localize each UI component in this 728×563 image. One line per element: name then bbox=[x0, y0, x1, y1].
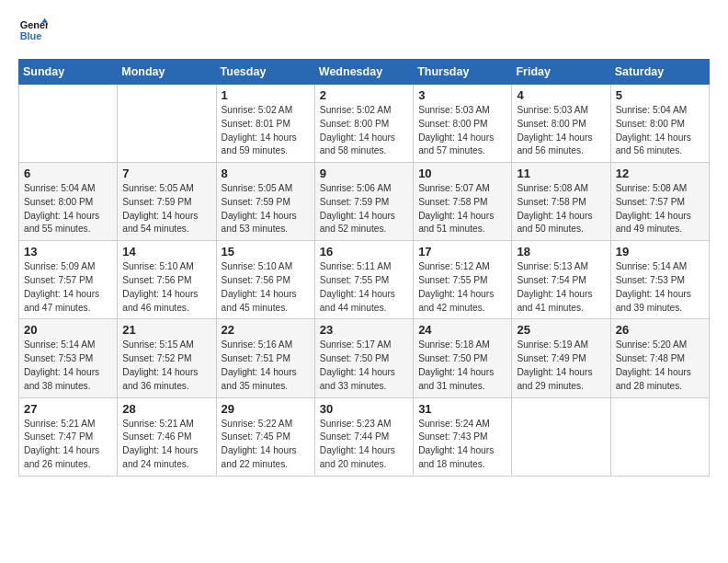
day-number: 31 bbox=[418, 402, 506, 416]
day-number: 9 bbox=[320, 167, 408, 180]
day-cell: 20Sunrise: 5:14 AMSunset: 7:53 PMDayligh… bbox=[19, 319, 118, 397]
day-cell: 11Sunrise: 5:08 AMSunset: 7:58 PMDayligh… bbox=[512, 163, 610, 241]
day-cell: 26Sunrise: 5:20 AMSunset: 7:48 PMDayligh… bbox=[610, 319, 709, 397]
logo-icon: General Blue bbox=[18, 17, 48, 46]
day-number: 24 bbox=[418, 323, 506, 337]
day-cell: 30Sunrise: 5:23 AMSunset: 7:44 PMDayligh… bbox=[314, 397, 413, 476]
day-info: Sunrise: 5:08 AMSunset: 7:58 PMDaylight:… bbox=[517, 182, 605, 236]
day-number: 21 bbox=[122, 323, 210, 337]
day-cell: 27Sunrise: 5:21 AMSunset: 7:47 PMDayligh… bbox=[19, 397, 118, 476]
day-info: Sunrise: 5:21 AMSunset: 7:46 PMDaylight:… bbox=[122, 418, 210, 472]
day-number: 15 bbox=[222, 245, 310, 259]
day-cell bbox=[610, 397, 709, 476]
day-number: 7 bbox=[122, 167, 210, 180]
day-number: 11 bbox=[517, 167, 605, 180]
day-number: 18 bbox=[517, 245, 605, 259]
day-info: Sunrise: 5:15 AMSunset: 7:52 PMDaylight:… bbox=[122, 339, 210, 393]
day-number: 4 bbox=[517, 88, 605, 102]
day-info: Sunrise: 5:02 AMSunset: 8:00 PMDaylight:… bbox=[320, 104, 408, 158]
week-row-2: 6Sunrise: 5:04 AMSunset: 8:00 PMDaylight… bbox=[19, 163, 710, 241]
day-number: 23 bbox=[320, 323, 408, 337]
day-cell bbox=[512, 397, 610, 476]
day-cell: 21Sunrise: 5:15 AMSunset: 7:52 PMDayligh… bbox=[118, 319, 216, 397]
day-number: 25 bbox=[517, 323, 605, 337]
day-cell: 19Sunrise: 5:14 AMSunset: 7:53 PMDayligh… bbox=[610, 241, 709, 319]
day-number: 19 bbox=[616, 245, 704, 259]
day-cell: 22Sunrise: 5:16 AMSunset: 7:51 PMDayligh… bbox=[216, 319, 314, 397]
day-info: Sunrise: 5:05 AMSunset: 7:59 PMDaylight:… bbox=[222, 182, 310, 236]
day-cell: 13Sunrise: 5:09 AMSunset: 7:57 PMDayligh… bbox=[19, 241, 118, 319]
day-info: Sunrise: 5:16 AMSunset: 7:51 PMDaylight:… bbox=[222, 339, 310, 393]
day-cell: 12Sunrise: 5:08 AMSunset: 7:57 PMDayligh… bbox=[610, 163, 709, 241]
day-info: Sunrise: 5:14 AMSunset: 7:53 PMDaylight:… bbox=[24, 339, 112, 393]
day-info: Sunrise: 5:23 AMSunset: 7:44 PMDaylight:… bbox=[320, 418, 408, 472]
day-info: Sunrise: 5:24 AMSunset: 7:43 PMDaylight:… bbox=[418, 418, 506, 472]
day-info: Sunrise: 5:10 AMSunset: 7:56 PMDaylight:… bbox=[222, 260, 310, 315]
day-cell: 9Sunrise: 5:06 AMSunset: 7:59 PMDaylight… bbox=[314, 163, 413, 241]
day-info: Sunrise: 5:14 AMSunset: 7:53 PMDaylight:… bbox=[616, 260, 704, 315]
day-cell: 28Sunrise: 5:21 AMSunset: 7:46 PMDayligh… bbox=[118, 397, 216, 476]
week-row-1: 1Sunrise: 5:02 AMSunset: 8:01 PMDaylight… bbox=[19, 85, 710, 163]
day-cell: 15Sunrise: 5:10 AMSunset: 7:56 PMDayligh… bbox=[216, 241, 314, 319]
day-info: Sunrise: 5:04 AMSunset: 8:00 PMDaylight:… bbox=[24, 182, 112, 236]
header: General Blue bbox=[18, 17, 710, 46]
day-number: 1 bbox=[222, 88, 310, 102]
day-number: 20 bbox=[24, 323, 112, 337]
day-cell: 24Sunrise: 5:18 AMSunset: 7:50 PMDayligh… bbox=[414, 319, 512, 397]
day-cell: 3Sunrise: 5:03 AMSunset: 8:00 PMDaylight… bbox=[414, 85, 512, 163]
day-info: Sunrise: 5:10 AMSunset: 7:56 PMDaylight:… bbox=[122, 260, 210, 315]
day-info: Sunrise: 5:05 AMSunset: 7:59 PMDaylight:… bbox=[122, 182, 210, 236]
day-number: 10 bbox=[418, 167, 506, 180]
day-number: 14 bbox=[122, 245, 210, 259]
day-info: Sunrise: 5:19 AMSunset: 7:49 PMDaylight:… bbox=[517, 339, 605, 393]
day-number: 3 bbox=[418, 88, 506, 102]
day-info: Sunrise: 5:04 AMSunset: 8:00 PMDaylight:… bbox=[616, 104, 704, 158]
day-number: 28 bbox=[122, 402, 210, 416]
day-info: Sunrise: 5:07 AMSunset: 7:58 PMDaylight:… bbox=[418, 182, 506, 236]
day-info: Sunrise: 5:13 AMSunset: 7:54 PMDaylight:… bbox=[517, 260, 605, 315]
day-cell: 14Sunrise: 5:10 AMSunset: 7:56 PMDayligh… bbox=[118, 241, 216, 319]
day-cell: 8Sunrise: 5:05 AMSunset: 7:59 PMDaylight… bbox=[216, 163, 314, 241]
day-number: 27 bbox=[24, 402, 112, 416]
day-number: 30 bbox=[320, 402, 408, 416]
logo: General Blue bbox=[18, 17, 51, 46]
day-info: Sunrise: 5:17 AMSunset: 7:50 PMDaylight:… bbox=[320, 339, 408, 393]
header-cell-wednesday: Wednesday bbox=[314, 60, 413, 85]
day-info: Sunrise: 5:09 AMSunset: 7:57 PMDaylight:… bbox=[24, 260, 112, 315]
day-number: 6 bbox=[24, 167, 112, 180]
day-number: 16 bbox=[320, 245, 408, 259]
day-cell: 23Sunrise: 5:17 AMSunset: 7:50 PMDayligh… bbox=[314, 319, 413, 397]
day-cell bbox=[118, 85, 216, 163]
week-row-4: 20Sunrise: 5:14 AMSunset: 7:53 PMDayligh… bbox=[19, 319, 710, 397]
day-cell: 16Sunrise: 5:11 AMSunset: 7:55 PMDayligh… bbox=[314, 241, 413, 319]
day-number: 12 bbox=[616, 167, 704, 180]
day-number: 17 bbox=[418, 245, 506, 259]
day-info: Sunrise: 5:22 AMSunset: 7:45 PMDaylight:… bbox=[222, 418, 310, 472]
header-cell-tuesday: Tuesday bbox=[216, 60, 314, 85]
header-row: SundayMondayTuesdayWednesdayThursdayFrid… bbox=[19, 60, 710, 85]
day-number: 5 bbox=[616, 88, 704, 102]
day-cell: 18Sunrise: 5:13 AMSunset: 7:54 PMDayligh… bbox=[512, 241, 610, 319]
day-number: 26 bbox=[616, 323, 704, 337]
day-info: Sunrise: 5:06 AMSunset: 7:59 PMDaylight:… bbox=[320, 182, 408, 236]
day-cell: 1Sunrise: 5:02 AMSunset: 8:01 PMDaylight… bbox=[216, 85, 314, 163]
day-cell: 10Sunrise: 5:07 AMSunset: 7:58 PMDayligh… bbox=[414, 163, 512, 241]
day-info: Sunrise: 5:11 AMSunset: 7:55 PMDaylight:… bbox=[320, 260, 408, 315]
svg-text:Blue: Blue bbox=[20, 30, 42, 41]
day-info: Sunrise: 5:12 AMSunset: 7:55 PMDaylight:… bbox=[418, 260, 506, 315]
day-cell: 31Sunrise: 5:24 AMSunset: 7:43 PMDayligh… bbox=[414, 397, 512, 476]
day-number: 8 bbox=[222, 167, 310, 180]
day-cell: 6Sunrise: 5:04 AMSunset: 8:00 PMDaylight… bbox=[19, 163, 118, 241]
day-cell: 5Sunrise: 5:04 AMSunset: 8:00 PMDaylight… bbox=[610, 85, 709, 163]
day-number: 13 bbox=[24, 245, 112, 259]
day-cell: 2Sunrise: 5:02 AMSunset: 8:00 PMDaylight… bbox=[314, 85, 413, 163]
day-cell: 17Sunrise: 5:12 AMSunset: 7:55 PMDayligh… bbox=[414, 241, 512, 319]
header-cell-sunday: Sunday bbox=[19, 60, 118, 85]
day-cell: 25Sunrise: 5:19 AMSunset: 7:49 PMDayligh… bbox=[512, 319, 610, 397]
header-cell-monday: Monday bbox=[118, 60, 216, 85]
day-cell: 4Sunrise: 5:03 AMSunset: 8:00 PMDaylight… bbox=[512, 85, 610, 163]
day-info: Sunrise: 5:03 AMSunset: 8:00 PMDaylight:… bbox=[418, 104, 506, 158]
day-info: Sunrise: 5:18 AMSunset: 7:50 PMDaylight:… bbox=[418, 339, 506, 393]
day-info: Sunrise: 5:08 AMSunset: 7:57 PMDaylight:… bbox=[616, 182, 704, 236]
day-info: Sunrise: 5:02 AMSunset: 8:01 PMDaylight:… bbox=[222, 104, 310, 158]
